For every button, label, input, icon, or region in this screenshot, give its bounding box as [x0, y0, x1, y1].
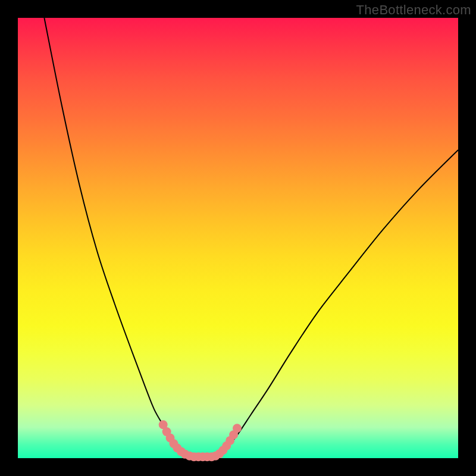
outer-frame: TheBottleneck.com [0, 0, 476, 476]
highlight-dots [159, 420, 242, 461]
curve-right-branch [214, 150, 458, 457]
curve-group [44, 18, 458, 457]
curve-left-branch [44, 18, 196, 457]
highlight-dot [233, 424, 242, 433]
plot-svg [18, 18, 458, 458]
site-watermark: TheBottleneck.com [356, 2, 471, 18]
